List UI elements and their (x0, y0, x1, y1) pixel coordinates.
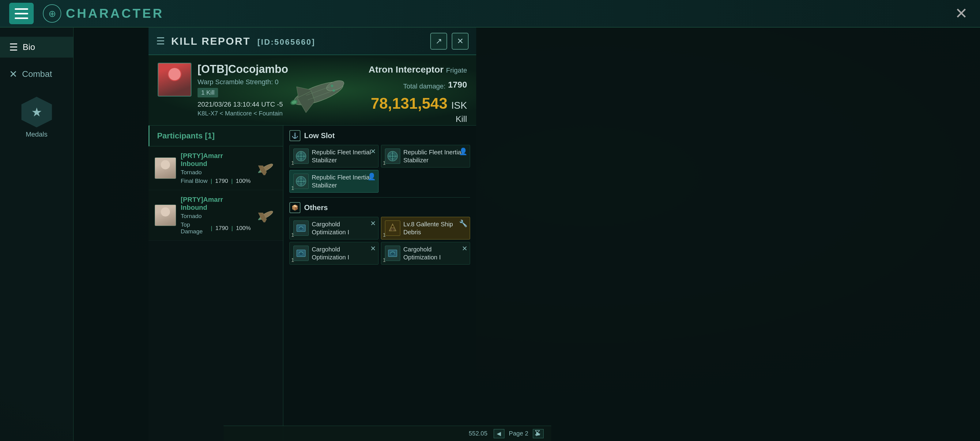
participants-panel: Participants [1] [PRTY]Amarr Inbound Tor… (148, 126, 283, 441)
bottom-bar: 552.05 ◀ Page 2 ▶ ⧖ (224, 426, 551, 441)
item-person-3[interactable]: 👤 (368, 173, 376, 181)
others-remove-3[interactable]: ✕ (370, 245, 376, 253)
others-name-2: Lv.8 Gallente Ship Debris (403, 220, 466, 236)
svg-point-34 (391, 225, 394, 228)
participant-ship-2: Tornado (181, 213, 251, 220)
stat-label-2: Top Damage (181, 221, 208, 235)
low-slot-section: ⚓ Low Slot 1 (283, 126, 476, 197)
page-label: Page 2 (509, 430, 528, 437)
others-name-3: Cargohold Optimization I (312, 245, 375, 261)
slot-item-3[interactable]: 1 Republic Fleet Inertial Stabilizer (290, 170, 379, 193)
item-name-2: Republic Fleet Inertial Stabilizer (403, 148, 466, 164)
app-title: CHARACTER (66, 6, 164, 21)
modal-close-button[interactable]: ✕ (452, 33, 469, 49)
participant-ship-1: Tornado (181, 169, 251, 176)
modal-menu-icon[interactable]: ☰ (156, 35, 165, 47)
kill-report-modal: ☰ KILL REPORT [ID:5065660] ↗ ✕ [OTB]Coco… (148, 27, 476, 441)
stat-label-1: Final Blow (181, 178, 208, 185)
ship-class: Frigate (446, 67, 467, 75)
modal-title-text: KILL REPORT (171, 35, 250, 47)
item-icon-3 (293, 174, 309, 189)
others-item-3[interactable]: 1 Cargohold Optimization I ✕ (290, 242, 379, 264)
others-remove-1[interactable]: ✕ (370, 220, 376, 228)
item-person-2[interactable]: 👤 (459, 148, 467, 156)
app-logo: ⊕ CHARACTER (43, 4, 164, 23)
others-icon-3 (293, 245, 309, 261)
sidebar-label-medals: Medals (26, 131, 48, 139)
others-icon-2 (385, 221, 400, 236)
others-grid: 1 Cargohold Optimization I ✕ (290, 217, 470, 264)
amount-display: 552.05 (469, 430, 487, 437)
menu-button[interactable] (9, 3, 34, 24)
avatar-inner-2 (155, 205, 176, 226)
item-icon-1 (293, 148, 309, 164)
sidebar-hex-medals[interactable]: ★ (21, 97, 52, 127)
others-item-2[interactable]: 1 Lv.8 Gallente Ship Debris 🔧 (381, 217, 470, 239)
main-content: ☰ KILL REPORT [ID:5065660] ↗ ✕ [OTB]Coco… (73, 27, 980, 441)
menu-line-3 (15, 18, 28, 19)
participant-info-2: [PRTY]Amarr Inbound Tornado Top Damage |… (181, 196, 251, 235)
others-item-4[interactable]: 1 Cargohold Optimization I ✕ (381, 242, 470, 264)
slot-item-2[interactable]: 1 Republic Fleet Inertial Stabilizer (381, 145, 470, 167)
isk-value: 78,131,543 (371, 95, 447, 112)
prev-page-button[interactable]: ◀ (494, 429, 504, 438)
victim-avatar (158, 63, 191, 97)
low-slot-label: Low Slot (304, 131, 335, 140)
stat-damage-1: 1790 (215, 178, 228, 185)
participant-item[interactable]: [PRTY]Amarr Inbound Tornado Final Blow |… (148, 146, 283, 190)
victim-details: [OTB]Cocojambo Warp Scramble Strength: 0… (197, 63, 288, 117)
others-label: Others (304, 203, 328, 212)
sidebar-item-combat[interactable]: ✕ Combat (0, 64, 73, 84)
others-name-4: Cargohold Optimization I (403, 245, 466, 261)
victim-warp-scramble: Warp Scramble Strength: 0 (197, 78, 288, 86)
others-wrench-2[interactable]: 🔧 (459, 220, 467, 228)
participant-name-1: [PRTY]Amarr Inbound (181, 152, 251, 168)
participant-name-2: [PRTY]Amarr Inbound (181, 196, 251, 212)
participant-item-2[interactable]: [PRTY]Amarr Inbound Tornado Top Damage |… (148, 190, 283, 241)
sidebar-label-combat: Combat (22, 69, 52, 79)
others-name-1: Cargohold Optimization I (312, 220, 375, 236)
others-icon-4 (385, 245, 400, 261)
item-qty-3: 1 (291, 185, 294, 191)
menu-icon: ☰ (9, 41, 18, 53)
combat-icon: ✕ (9, 68, 18, 80)
slot-item-1[interactable]: 1 Republic Fleet Inertial Stabilizer (290, 145, 379, 167)
filter-button[interactable]: ⧖ (535, 428, 541, 438)
total-damage-label: Total damage: (403, 83, 445, 90)
isk-label: ISK (451, 100, 467, 111)
others-remove-4[interactable]: ✕ (462, 245, 467, 253)
item-remove-1[interactable]: ✕ (370, 148, 376, 156)
sidebar-item-bio[interactable]: ☰ Bio (0, 37, 73, 57)
modal-id: [ID:5065660] (258, 37, 315, 46)
menu-line-2 (15, 13, 28, 14)
others-icon: 📦 (290, 202, 301, 213)
modal-header: ☰ KILL REPORT [ID:5065660] ↗ ✕ (148, 27, 476, 55)
others-title: 📦 Others (290, 202, 470, 213)
vitruvian-icon: ⊕ (43, 4, 61, 23)
item-qty-1: 1 (291, 160, 294, 166)
avatar-face (158, 64, 191, 96)
others-qty-3: 1 (291, 257, 294, 263)
victim-name: [OTB]Cocojambo (197, 63, 288, 76)
modal-body: Participants [1] [PRTY]Amarr Inbound Tor… (148, 126, 476, 441)
modal-title: KILL REPORT [ID:5065660] (171, 35, 424, 47)
low-slot-icon: ⚓ (290, 130, 301, 141)
app-close-button[interactable]: ✕ (955, 5, 968, 22)
item-icon-2 (385, 148, 400, 164)
others-qty-4: 1 (383, 257, 385, 263)
menu-line-1 (15, 8, 28, 10)
participant-ship-icon-2 (255, 208, 277, 223)
sidebar-label-bio: Bio (23, 42, 35, 52)
others-section: 📦 Others 1 (283, 197, 476, 269)
others-item-1[interactable]: 1 Cargohold Optimization I ✕ (290, 217, 379, 239)
participant-stats-2: Top Damage | 1790 | 100% (181, 221, 251, 235)
export-button[interactable]: ↗ (430, 33, 447, 49)
modal-actions: ↗ ✕ (430, 33, 469, 49)
item-name-3: Republic Fleet Inertial Stabilizer (312, 174, 375, 189)
victim-info: [OTB]Cocojambo Warp Scramble Strength: 0… (148, 55, 296, 125)
sidebar: ☰ Bio ✕ Combat ★ Medals (0, 27, 73, 441)
item-qty-2: 1 (383, 160, 385, 166)
equipment-panel: ⚓ Low Slot 1 (283, 126, 476, 441)
victim-location: K8L-X7 < Manticore < Fountain (197, 110, 288, 117)
low-slot-title: ⚓ Low Slot (290, 130, 470, 141)
